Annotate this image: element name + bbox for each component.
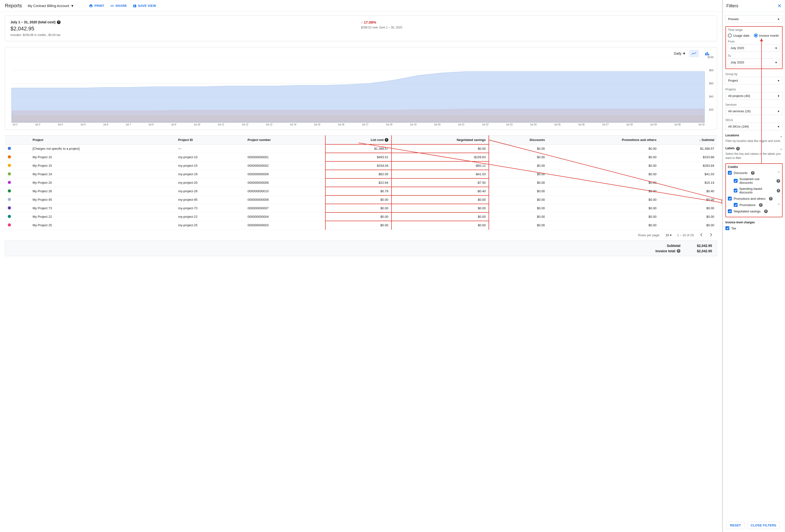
rows-per-page-label: Rows per page: [638, 233, 660, 237]
table-row[interactable]: My Project 22my-project-22000000000004$0… [5, 212, 717, 221]
filters-title: Filters [726, 3, 738, 8]
from-label: From [728, 40, 780, 43]
chevron-up-icon[interactable]: ⌃ [778, 171, 780, 175]
help-icon[interactable]: ? [769, 197, 773, 201]
credits-label: Credits [728, 165, 780, 169]
locations-toggle[interactable]: Locations ⌄ [726, 134, 783, 138]
aggregation-dropdown[interactable]: Daily ▼ [674, 52, 686, 55]
table-row[interactable]: My Project 10my-project-10000000000001$4… [5, 153, 717, 161]
rows-per-page-select[interactable]: 10 ▾ [666, 233, 672, 237]
caret-down-icon: ▼ [777, 125, 780, 128]
svg-rect-1 [707, 52, 708, 55]
arrow-up-icon: ↑ [361, 20, 363, 24]
summary-delta: ↑ 17.08% [361, 20, 712, 24]
promotions-checkbox[interactable]: Promotions?⌃ [728, 202, 780, 208]
sustained-use-checkbox[interactable]: Sustained use discounts? [728, 176, 780, 186]
print-button[interactable]: PRINT [89, 4, 104, 8]
link-icon [110, 4, 114, 8]
invoice-month-radio[interactable]: Invoice month [754, 33, 779, 37]
help-icon[interactable]: ? [751, 171, 755, 175]
promotions-others-checkbox[interactable]: Promotions and others? [728, 195, 780, 202]
groupby-dropdown[interactable]: Project▼ [726, 77, 783, 84]
totals: Subtotal $2,042.95 Invoice total ? $2,04… [5, 241, 717, 256]
caret-down-icon: ▼ [777, 79, 780, 82]
summary-range: July 1 – 31, 2020 (total cost) [10, 20, 55, 24]
table-row[interactable]: My Project 26my-project-26000000000010$0… [5, 187, 717, 195]
from-dropdown[interactable]: July 2020▼ [728, 44, 780, 52]
help-icon[interactable]: ? [777, 179, 780, 183]
caret-down-icon: ▼ [777, 110, 780, 113]
close-filters-icon[interactable]: ✕ [778, 3, 782, 9]
save-view-button[interactable]: SAVE VIEW [133, 4, 156, 8]
prev-page-button[interactable] [699, 232, 704, 238]
projects-label: Projects [726, 88, 783, 91]
skus-dropdown[interactable]: All SKUs (194)▼ [726, 123, 783, 130]
chart-area: $20$40$60$80$100 [5, 57, 717, 123]
chevron-left-icon [700, 233, 703, 237]
projects-dropdown[interactable]: All projects (40)▼ [726, 92, 783, 100]
pagination-range: 1 – 10 of 20 [677, 233, 694, 237]
table-row[interactable]: My Project 19my-project-19000000000009$8… [5, 170, 717, 178]
help-icon[interactable]: ? [677, 249, 680, 253]
print-icon [89, 4, 93, 8]
table-row[interactable]: [Charges not specific to a project]—$1,3… [5, 144, 717, 153]
help-icon[interactable]: ? [57, 20, 60, 24]
spending-based-checkbox[interactable]: Spending based discounts? [728, 186, 780, 195]
help-icon[interactable]: ? [777, 189, 780, 192]
line-chart-button[interactable] [689, 50, 699, 57]
help-icon[interactable]: ? [736, 147, 740, 151]
svg-rect-2 [708, 54, 709, 55]
bar-chart-icon [705, 52, 709, 55]
table-row[interactable]: My Project 15my-project-15000000000002$3… [5, 161, 717, 170]
labels-toggle[interactable]: Labels ? ⌄ [726, 147, 783, 151]
reset-button[interactable]: RESET [726, 522, 744, 529]
invoice-total-label: Invoice total [655, 249, 675, 253]
services-label: Services [726, 103, 783, 106]
caret-down-icon: ▼ [777, 18, 780, 21]
time-range-section: Time range Usage date Invoice month From… [726, 26, 783, 69]
caret-down-icon: ▼ [775, 61, 778, 64]
usage-date-radio[interactable]: Usage date [728, 33, 750, 37]
save-icon [133, 4, 137, 8]
groupby-label: Group by [726, 73, 783, 76]
radio-off-icon [728, 33, 732, 37]
skus-label: SKUs [726, 118, 783, 122]
chevron-down-icon: ⌄ [780, 134, 783, 138]
help-icon[interactable]: ? [759, 203, 763, 207]
next-page-button[interactable] [709, 232, 713, 238]
account-selector[interactable]: My Contract Billing Account ▼ [28, 4, 74, 8]
locations-help: Filter by location data like region and … [726, 139, 783, 143]
invoice-charges-label: Invoice level charges [726, 221, 783, 224]
chevron-right-icon [710, 233, 712, 237]
table-row[interactable]: My Project 20my-project-20000000000006$2… [5, 178, 717, 187]
negotiated-savings-checkbox[interactable]: Negotiated savings? [728, 208, 780, 214]
table-row[interactable]: My Project 73my-project-73000000000007$0… [5, 204, 717, 212]
share-button[interactable]: SHARE [110, 4, 127, 8]
radio-on-icon [754, 33, 758, 37]
chart-card: Daily ▼ $20$40$60$80$100 Jul 2Jul 3Jul 4… [5, 47, 717, 130]
summary-delta-sub: $298.02 over June 1 – 30, 2020 [361, 26, 712, 29]
chevron-down-icon: ⌄ [780, 147, 783, 151]
caret-down-icon: ▼ [777, 95, 780, 98]
subtotal-value: $2,042.95 [690, 244, 712, 248]
to-dropdown[interactable]: July 2020▼ [728, 59, 780, 66]
subtotal-label: Subtotal [667, 244, 680, 248]
chevron-up-icon[interactable]: ⌃ [778, 203, 780, 207]
caret-down-icon: ▼ [682, 52, 686, 55]
caret-down-icon: ▼ [775, 47, 778, 50]
close-filters-button[interactable]: CLOSE FILTERS [747, 522, 780, 529]
credits-section: Credits Discounts?⌃ Sustained use discou… [726, 163, 783, 217]
svg-rect-0 [705, 53, 706, 55]
discounts-checkbox[interactable]: Discounts?⌃ [728, 170, 780, 176]
table-row[interactable]: My Project 25my-project-25000000000003$0… [5, 221, 717, 230]
help-icon[interactable]: ? [764, 210, 768, 213]
services-dropdown[interactable]: All services (16)▼ [726, 107, 783, 115]
summary-card: July 1 – 31, 2020 (total cost) ? $2,042.… [5, 16, 717, 41]
summary-total: $2,042.95 [10, 26, 361, 32]
presets-dropdown[interactable]: Presets▼ [726, 15, 783, 23]
caret-down-icon: ▾ [670, 233, 672, 237]
caret-down-icon: ▼ [71, 4, 74, 8]
tax-checkbox[interactable]: Tax [726, 225, 783, 231]
table-row[interactable]: My Project 45my-project-45000000000008$0… [5, 195, 717, 204]
data-table: ProjectProject IDProject numberList cost… [5, 135, 717, 256]
